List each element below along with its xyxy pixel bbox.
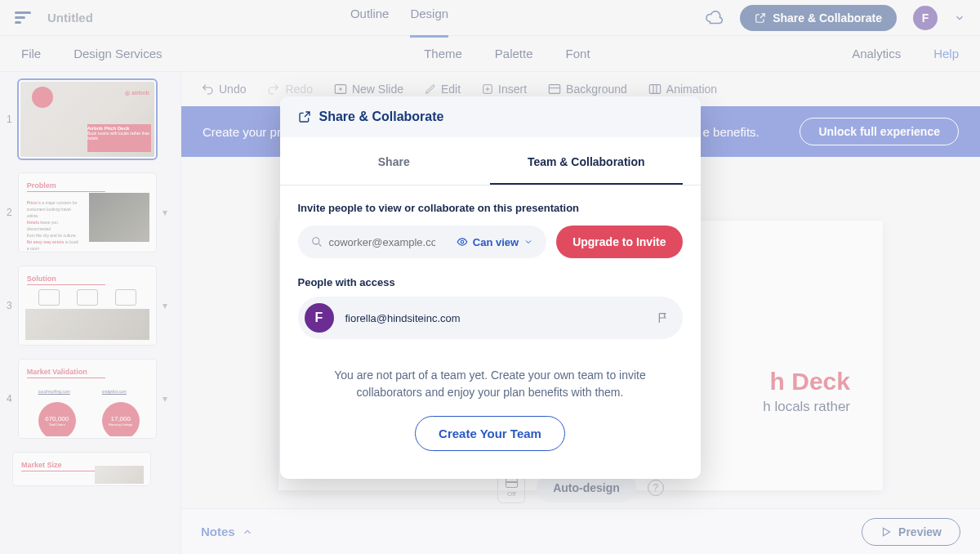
invite-heading: Invite people to view or collaborate on … — [298, 202, 683, 214]
modal-tabs: Share Team & Collaboration — [280, 141, 701, 185]
modal-overlay[interactable]: Share & Collaborate Share Team & Collabo… — [0, 0, 980, 554]
team-message: You are not part of a team yet. Create y… — [327, 367, 653, 401]
permission-dropdown[interactable]: Can view — [457, 236, 533, 248]
flag-icon[interactable] — [657, 311, 670, 324]
eye-icon — [457, 236, 468, 248]
share-modal: Share & Collaborate Share Team & Collabo… — [280, 96, 701, 479]
search-icon — [311, 236, 323, 248]
invite-email-field[interactable]: Can view — [298, 226, 547, 258]
modal-tab-team[interactable]: Team & Collaboration — [490, 141, 683, 185]
svg-point-5 — [461, 240, 464, 243]
modal-title: Share & Collaborate — [319, 109, 444, 124]
person-avatar: F — [305, 303, 334, 333]
modal-tab-share[interactable]: Share — [298, 141, 491, 185]
people-access-heading: People with access — [298, 276, 683, 288]
invite-email-input[interactable] — [329, 236, 435, 248]
svg-point-4 — [312, 238, 318, 244]
chevron-down-icon — [523, 237, 533, 247]
person-email: fiorella@hindsiteinc.com — [345, 312, 645, 324]
external-link-icon — [298, 110, 311, 123]
person-row: F fiorella@hindsiteinc.com — [298, 297, 683, 339]
upgrade-invite-button[interactable]: Upgrade to Invite — [556, 226, 682, 258]
create-team-button[interactable]: Create Your Team — [415, 416, 565, 451]
modal-title-row: Share & Collaborate — [280, 96, 701, 137]
